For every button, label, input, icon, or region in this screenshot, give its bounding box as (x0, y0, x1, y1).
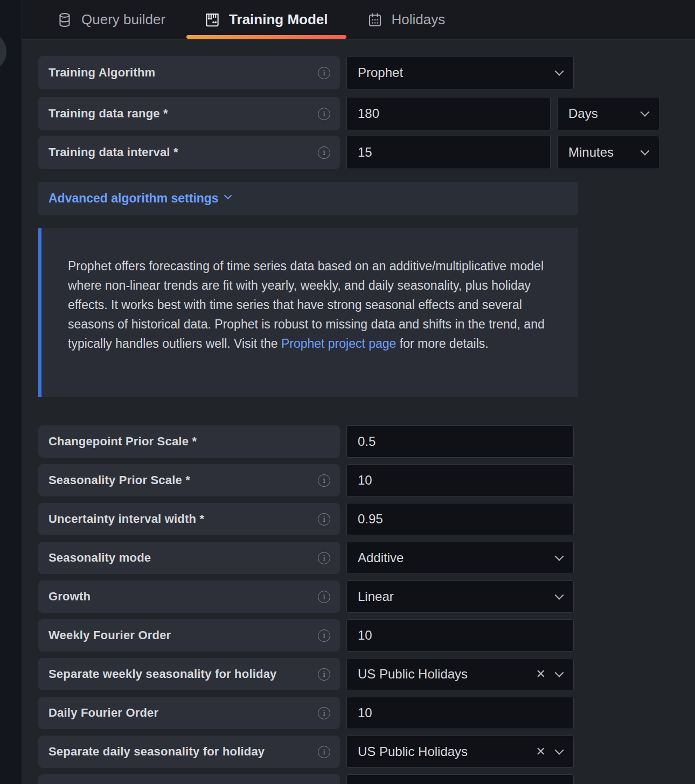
chevron-down-icon (224, 192, 232, 199)
field-label-box: Weekly Fourier Order i (38, 619, 340, 652)
field-label: Uncertainty interval width * (48, 512, 204, 526)
select-right-icons: ✕ (536, 746, 562, 758)
input-value: 10 (358, 705, 372, 720)
training-data-range-unit-select[interactable]: Days (557, 97, 659, 130)
field-label-box (38, 774, 340, 784)
info-icon[interactable]: i (318, 591, 330, 603)
sidebar-peek-button[interactable] (0, 31, 6, 72)
field-label: Weekly Fourier Order (48, 628, 171, 642)
field-row-seasonality-mode: Seasonality mode i Additive (38, 542, 574, 574)
info-icon[interactable]: i (318, 707, 330, 719)
active-tab-underline (186, 35, 346, 39)
separate-daily-seasonality-select[interactable]: US Public Holidays ✕ (346, 736, 574, 768)
prophet-description-panel: Prophet offers forecasting of time serie… (38, 228, 578, 397)
field-label-box: Separate weekly seasonality for holiday … (38, 658, 340, 690)
input-value: 0.95 (358, 512, 383, 527)
field-label: Seasonality mode (48, 551, 151, 565)
training-data-interval-unit-select[interactable]: Minutes (557, 136, 659, 169)
weekly-fourier-order-input[interactable]: 10 (346, 619, 574, 652)
input-value: 180 (358, 106, 379, 121)
info-icon[interactable]: i (318, 629, 330, 642)
select-value: US Public Holidays (358, 744, 468, 759)
field-label: Separate weekly seasonality for holiday (48, 667, 277, 681)
field-row-training-data-interval: Training data interval * i 15 Minutes (38, 136, 659, 169)
database-icon (57, 12, 73, 28)
field-row-seasonality-prior-scale: Seasonality Prior Scale * i 10 (38, 464, 574, 496)
tab-label: Query builder (81, 11, 165, 28)
chevron-down-icon (555, 67, 564, 76)
tab-label: Training Model (229, 11, 328, 28)
input-value: 10 (358, 628, 372, 643)
advanced-algorithm-settings-toggle[interactable]: Advanced algorithm settings (38, 182, 578, 215)
separate-weekly-seasonality-select[interactable]: US Public Holidays ✕ (346, 658, 574, 690)
info-icon[interactable]: i (318, 67, 330, 79)
field-row-weekly-fourier-order: Weekly Fourier Order i 10 (38, 619, 574, 652)
abacus-icon (204, 12, 220, 28)
uncertainty-interval-width-input[interactable]: 0.95 (346, 503, 574, 535)
select-right-icons: ✕ (536, 668, 562, 680)
description-text-after-link: for more details. (396, 337, 488, 351)
daily-fourier-order-input[interactable]: 10 (346, 697, 574, 729)
info-icon[interactable]: i (318, 552, 330, 564)
field-row-uncertainty-interval-width: Uncertainty interval width * i 0.95 (38, 503, 574, 535)
select-value: Days (568, 106, 598, 121)
training-data-interval-input[interactable]: 15 (346, 136, 551, 169)
changepoint-prior-scale-input[interactable]: 0.5 (346, 425, 574, 458)
info-icon[interactable]: i (318, 513, 330, 526)
field-label-box: Daily Fourier Order i (38, 697, 340, 729)
growth-select[interactable]: Linear (346, 580, 574, 613)
field-label-box: Growth i (38, 580, 340, 613)
input-value: 15 (358, 145, 372, 160)
seasonality-mode-select[interactable]: Additive (346, 542, 574, 574)
info-icon[interactable]: i (318, 668, 330, 681)
training-algorithm-select[interactable]: Prophet (346, 56, 574, 89)
chevron-down-icon (641, 108, 650, 117)
field-row-partial (38, 774, 574, 784)
field-label: Training data interval * (48, 145, 178, 159)
tab-bar: Query builder Training Model (22, 0, 695, 40)
calendar-icon (367, 12, 383, 28)
prophet-project-page-link[interactable]: Prophet project page (281, 337, 397, 351)
field-row-separate-weekly-seasonality: Separate weekly seasonality for holiday … (38, 658, 574, 690)
tab-query-builder[interactable]: Query builder (57, 0, 165, 39)
field-row-daily-fourier-order: Daily Fourier Order i 10 (38, 697, 574, 729)
tab-training-model[interactable]: Training Model (204, 0, 328, 39)
field-label: Changepoint Prior Scale * (48, 435, 197, 449)
field-label-box: Seasonality mode i (38, 542, 340, 574)
select-value: Prophet (358, 65, 403, 80)
info-icon[interactable]: i (318, 108, 330, 120)
partial-row-input[interactable] (346, 774, 574, 784)
field-label-box: Uncertainty interval width * i (38, 503, 340, 535)
left-sidebar-strip (0, 0, 22, 784)
advanced-settings-label: Advanced algorithm settings (48, 191, 219, 206)
info-icon[interactable]: i (318, 474, 330, 487)
field-label: Seasonality Prior Scale * (48, 473, 190, 487)
field-label: Growth (48, 590, 91, 604)
input-value: 0.5 (358, 434, 376, 449)
chevron-down-icon (641, 146, 650, 156)
chevron-down-icon (555, 746, 564, 755)
select-value: Additive (358, 550, 404, 565)
clear-selection-icon[interactable]: ✕ (536, 746, 546, 758)
field-label-box: Training data interval * i (38, 136, 340, 169)
chevron-down-icon (555, 552, 564, 561)
chevron-down-icon (555, 591, 564, 600)
select-value: US Public Holidays (358, 667, 468, 682)
field-label-box: Changepoint Prior Scale * (38, 425, 340, 458)
info-icon[interactable]: i (318, 146, 330, 159)
field-label-box: Training Algorithm i (38, 56, 340, 89)
field-label: Daily Fourier Order (48, 706, 158, 720)
tab-holidays[interactable]: Holidays (367, 0, 446, 39)
seasonality-prior-scale-input[interactable]: 10 (346, 464, 574, 496)
chevron-down-icon (555, 668, 564, 677)
training-data-range-input[interactable]: 180 (346, 97, 551, 130)
panel-editor-content: Query builder Training Model (22, 0, 695, 784)
field-label-box: Seasonality Prior Scale * i (38, 464, 340, 496)
clear-selection-icon[interactable]: ✕ (536, 668, 546, 680)
tab-label: Holidays (392, 11, 446, 28)
info-icon[interactable]: i (318, 746, 330, 758)
field-label: Separate daily seasonality for holiday (48, 745, 265, 759)
field-row-growth: Growth i Linear (38, 580, 574, 613)
field-row-separate-daily-seasonality: Separate daily seasonality for holiday i… (38, 736, 574, 768)
field-label-box: Training data range * i (38, 97, 340, 130)
